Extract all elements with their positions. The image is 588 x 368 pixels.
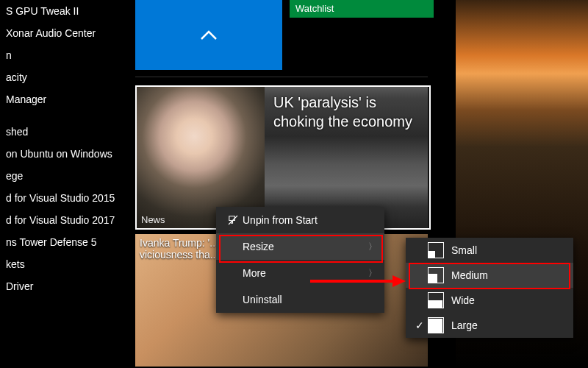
app-item[interactable]: n (0, 44, 131, 66)
menu-unpin[interactable]: Unpin from Start (216, 207, 384, 233)
app-item[interactable]: d for Visual Studio 2017 (0, 209, 131, 231)
app-item[interactable]: shed (0, 121, 131, 143)
app-item[interactable]: S GPU Tweak II (0, 0, 131, 22)
menu-more[interactable]: More 〉 (216, 260, 384, 286)
menu-label: Uninstall (243, 294, 377, 305)
app-item[interactable]: Driver (0, 275, 131, 297)
start-menu: S GPU Tweak II Xonar Audio Center n acit… (0, 0, 456, 368)
chevron-right-icon: 〉 (368, 241, 377, 253)
chevron-up-icon (198, 24, 220, 46)
app-item[interactable]: acity (0, 66, 131, 88)
menu-label: More (243, 267, 368, 279)
app-item[interactable]: kets (0, 253, 131, 275)
tile-context-menu: Unpin from Start Resize 〉 More 〉 Uninsta… (216, 207, 384, 313)
menu-label: Resize (243, 241, 368, 252)
app-item[interactable]: Xonar Audio Center (0, 22, 131, 44)
size-label: Large (451, 319, 478, 331)
size-small-icon (428, 242, 444, 258)
app-item[interactable]: on Ubuntu on Windows (0, 143, 131, 165)
menu-uninstall[interactable]: Uninstall (216, 286, 384, 313)
news-headline: UK 'paralysis' is choking the economy (273, 93, 420, 131)
unpin-icon (223, 214, 243, 226)
tile-app-label: News (141, 214, 165, 225)
size-small[interactable]: Small (406, 238, 573, 263)
size-wide-icon (428, 292, 444, 308)
size-label: Small (451, 244, 477, 256)
size-label: Medium (451, 269, 488, 281)
tile-collapse[interactable] (135, 0, 282, 70)
check-icon: ✓ (412, 319, 428, 331)
app-item[interactable]: Manager (0, 88, 131, 110)
menu-label: Unpin from Start (243, 214, 377, 226)
size-medium[interactable]: Medium (406, 263, 573, 288)
size-large-icon (428, 317, 444, 333)
size-medium-icon (428, 267, 444, 283)
size-wide[interactable]: Wide (406, 288, 573, 313)
size-large[interactable]: ✓ Large (406, 313, 573, 338)
size-label: Wide (451, 294, 475, 306)
tile-watchlist[interactable]: Watchlist (290, 0, 434, 18)
app-item[interactable]: d for Visual Studio 2015 (0, 187, 131, 209)
app-item[interactable]: ns Tower Defense 5 (0, 231, 131, 253)
menu-resize[interactable]: Resize 〉 (216, 233, 384, 260)
app-item[interactable] (0, 110, 131, 121)
tile-caption: Ivanka Trump: '... viciousness tha... (140, 237, 228, 261)
app-item[interactable]: ege (0, 165, 131, 187)
group-divider (135, 77, 428, 77)
all-apps-list: S GPU Tweak II Xonar Audio Center n acit… (0, 0, 131, 368)
chevron-right-icon: 〉 (368, 267, 377, 280)
resize-submenu: Small Medium Wide ✓ Large (406, 238, 573, 338)
